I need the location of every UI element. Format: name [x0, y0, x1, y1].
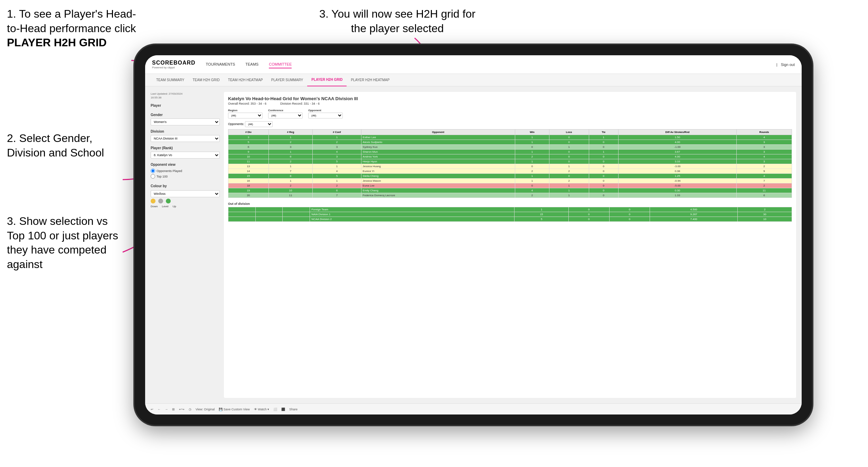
subnav-team-h2h-heatmap[interactable]: TEAM H2H HEATMAP: [224, 74, 267, 86]
nav-committee[interactable]: COMMITTEE: [269, 61, 292, 68]
legend-labels-row: Down Level Up: [151, 205, 220, 208]
legend-up-dot: [166, 199, 171, 203]
table-cell: 1: [268, 179, 313, 183]
opponent-select[interactable]: (All): [308, 113, 343, 118]
table-cell: 1: [549, 145, 589, 150]
table-cell: 1: [313, 164, 361, 169]
table-cell: 2: [736, 164, 792, 169]
opponents-select[interactable]: (All): [245, 121, 273, 127]
division-label: Division: [151, 130, 220, 133]
table-cell: 18: [228, 183, 269, 188]
table-cell: 4: [736, 174, 792, 179]
gender-section: Gender Women's: [151, 113, 220, 125]
table-row: 19106Emily Chang4100.3011: [228, 188, 792, 193]
table-cell: 1: [515, 140, 549, 145]
table-row: 1311Jessica Huang010-3.002: [228, 164, 792, 169]
out-of-division-row: Foreign Team1004.5002: [228, 207, 792, 212]
toolbar-watch[interactable]: 👁 Watch ▾: [254, 408, 269, 411]
table-row: 311Esther Lee1011.504: [228, 135, 792, 140]
toolbar-undo[interactable]: ↩: [151, 408, 153, 411]
table-cell: 4: [515, 188, 549, 193]
table-cell: 0: [589, 140, 618, 145]
conference-select[interactable]: (All): [268, 113, 303, 118]
overall-record: Overall Record: 353 - 34 - 6: [228, 102, 266, 105]
out-of-division-row: NCAA Division 25007.40010: [228, 217, 792, 222]
division-section: Division NCAA Division III: [151, 130, 220, 142]
col-tie: Tie: [589, 130, 618, 135]
colour-by-select[interactable]: Win/loss: [151, 190, 220, 197]
grid-title: Katelyn Vo Head-to-Head Grid for Women's…: [228, 96, 792, 101]
table-cell: 0: [515, 145, 549, 150]
table-cell: Esther Lee: [361, 135, 515, 140]
out-of-division-cell: 15: [515, 212, 569, 217]
toolbar-save-custom[interactable]: 💾 Save Custom View: [219, 408, 249, 411]
division-select[interactable]: NCAA Division III: [151, 135, 220, 142]
table-cell: 4.00: [618, 140, 736, 145]
gender-label: Gender: [151, 113, 220, 117]
table-cell: Sharon Mun: [361, 150, 515, 154]
region-select[interactable]: (All): [228, 113, 263, 118]
subnav-team-summary[interactable]: TEAM SUMMARY: [152, 74, 189, 86]
table-cell: 0: [589, 164, 618, 169]
table-cell: -0.94: [618, 179, 736, 183]
table-cell: 20: [228, 193, 269, 198]
toolbar-forward[interactable]: →: [165, 408, 168, 411]
col-div: # Div: [228, 130, 269, 135]
table-cell: 1.50: [618, 135, 736, 140]
col-loss: Loss: [549, 130, 589, 135]
subnav-player-h2h-grid[interactable]: PLAYER H2H GRID: [307, 74, 347, 86]
table-cell: 1: [313, 135, 361, 140]
table-cell: 1: [549, 193, 589, 198]
nav-teams[interactable]: TEAMS: [245, 61, 258, 68]
opponents-label: Opponents:: [228, 122, 245, 126]
sign-out-link[interactable]: Sign out: [781, 61, 795, 68]
toolbar-back[interactable]: ←: [158, 408, 161, 411]
table-cell: 6: [736, 193, 792, 198]
col-win: Win: [515, 130, 549, 135]
table-cell: 2: [313, 140, 361, 145]
subnav-player-h2h-heatmap[interactable]: PLAYER H2H HEATMAP: [347, 74, 394, 86]
radio-top100[interactable]: Top 100: [151, 174, 220, 179]
gender-select[interactable]: Women's: [151, 118, 220, 125]
table-cell: 2: [549, 179, 589, 183]
nav-bar: SCOREBOARD Powered by clippd TOURNAMENTS…: [145, 55, 802, 74]
table-cell: Alexis Sudjianto: [361, 140, 515, 145]
table-cell: 0: [549, 135, 589, 140]
instruction-step2: 2. Select Gender, Division and School: [7, 131, 124, 160]
toolbar-clock[interactable]: ◷: [189, 408, 191, 411]
radio-opponents-played[interactable]: Opponents Played: [151, 169, 220, 173]
table-cell: 11: [228, 159, 269, 164]
table-cell: 1: [515, 174, 549, 179]
table-cell: 3.33: [618, 159, 736, 164]
player-rank-section: Player (Rank) 8. Katelyn Vo: [151, 146, 220, 159]
opponents-row: Opponents: (All): [228, 121, 792, 127]
out-of-division-cell: 9.267: [650, 212, 738, 217]
data-table: # Div # Reg # Conf Opponent Win Loss Tie…: [228, 129, 792, 198]
table-cell: 8: [268, 174, 313, 179]
table-cell: 3: [228, 135, 269, 140]
table-cell: 0: [549, 154, 589, 159]
toolbar-grid[interactable]: ⊞: [172, 408, 175, 411]
subnav-player-summary[interactable]: PLAYER SUMMARY: [267, 74, 307, 86]
toolbar-square1[interactable]: ⬜: [273, 408, 277, 411]
division-record: Division Record: 331 - 34 - 6: [280, 102, 320, 105]
toolbar-refresh[interactable]: ↩↪: [179, 408, 185, 411]
toolbar-square2[interactable]: ⬛: [281, 408, 285, 411]
out-of-division-cell: [255, 207, 283, 212]
toolbar-view-original[interactable]: View: Original: [196, 408, 215, 411]
subnav-team-h2h-grid[interactable]: TEAM H2H GRID: [189, 74, 224, 86]
player-rank-select[interactable]: 8. Katelyn Vo: [151, 152, 220, 159]
nav-tournaments[interactable]: TOURNAMENTS: [206, 61, 235, 68]
table-cell: Sydney Kuo: [361, 145, 515, 150]
toolbar-share[interactable]: Share: [289, 408, 298, 411]
table-cell: Heejo Hyun: [361, 159, 515, 164]
table-cell: 1: [515, 150, 549, 154]
table-cell: Eunice Yi: [361, 169, 515, 174]
table-cell: 16: [228, 179, 269, 183]
table-cell: 0.38: [618, 169, 736, 174]
conference-filter: Conference (All): [268, 109, 303, 118]
table-cell: 3: [736, 159, 792, 164]
table-row: 522Alexis Sudjianto1004.003: [228, 140, 792, 145]
sidebar: Last Updated: 27/03/2024 16:55:38 Player…: [151, 92, 220, 398]
table-cell: -1.00: [618, 145, 736, 150]
